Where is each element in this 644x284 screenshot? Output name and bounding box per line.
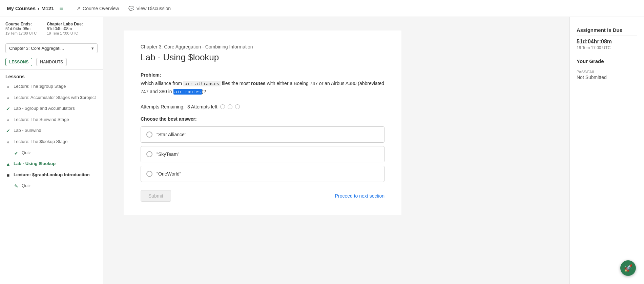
right-panel: Assignment is Due 51d:04hr:08m 19 Tem 17… <box>569 17 644 284</box>
problem-text-2: flies the most <box>221 81 251 86</box>
check-icon: ✔ <box>14 150 19 157</box>
dot-icon: ● <box>5 84 11 90</box>
assignment-due-title: Assignment is Due <box>577 27 637 36</box>
sidebar-item-label: Lecture: The $group Stage <box>14 83 66 89</box>
attempts-value: 3 Attempts left <box>187 104 217 109</box>
proceed-to-next-section-link[interactable]: Proceed to next section <box>335 193 385 199</box>
problem-label: Problem: <box>141 72 385 78</box>
sidebar-item-lab-slookup[interactable]: ▲ Lab - Using $lookup <box>0 159 103 170</box>
course-ends-label: Course Ends: <box>5 22 37 26</box>
sidebar: Course Ends: 51d:04hr:08m 19 Tem 17:00 U… <box>0 17 103 284</box>
attempt-circle-3 <box>235 104 240 109</box>
problem-text: Which alliance from air_alliances flies … <box>141 80 385 96</box>
view-discussion-icon: 💬 <box>128 6 134 11</box>
sidebar-item-label: Lecture: Accumulator Stages with $projec… <box>14 95 96 101</box>
air-alliances-code: air_alliances <box>183 81 221 86</box>
chapter-labs-due-label: Chapter Labs Due: <box>47 22 83 26</box>
breadcrumb: My Courses › M121 <box>7 5 54 11</box>
sidebar-meta: Course Ends: 51d:04hr:08m 19 Tem 17:00 U… <box>0 22 103 41</box>
problem-text-1: Which alliance from <box>141 81 183 86</box>
problem-text-4: )? <box>202 89 206 94</box>
course-ends-col: Course Ends: 51d:04hr:08m 19 Tem 17:00 U… <box>5 22 37 35</box>
breadcrumb-separator: › <box>38 5 39 11</box>
course-overview-label: Course Overview <box>83 6 119 11</box>
sidebar-item-lecture-slookup[interactable]: ● Lecture: The $lookup Stage <box>0 137 103 148</box>
chapter-select[interactable]: Chapter 3: Core Aggregati... ▾ <box>5 43 98 53</box>
chapter-label: Chapter 3: Core Aggregation - Combining … <box>141 44 385 49</box>
fab-button[interactable]: 🚀 <box>620 260 636 276</box>
attempts-label: Attempts Remaining: <box>141 104 185 109</box>
sidebar-item-label: Quiz <box>22 150 31 156</box>
sidebar-item-lecture-accumulator[interactable]: ● Lecture: Accumulator Stages with $proj… <box>0 93 103 104</box>
answer-option-oneworld[interactable]: "OneWorld" <box>141 166 385 182</box>
answer-option-skyteam[interactable]: "SkyTeam" <box>141 146 385 162</box>
top-navigation: My Courses › M121 ≡ ↗ Course Overview 💬 … <box>0 0 644 17</box>
content-inner: Chapter 3: Core Aggregation - Combining … <box>124 31 401 215</box>
sidebar-item-lab-sgroup[interactable]: ✔ Lab - $group and Accumulators <box>0 103 103 115</box>
assignment-due-section: Assignment is Due 51d:04hr:08m 19 Tem 17… <box>577 27 637 50</box>
sidebar-section-title: Lessons <box>0 70 103 81</box>
chevron-down-icon: ▾ <box>91 46 94 51</box>
hamburger-menu-icon[interactable]: ≡ <box>60 5 63 12</box>
sidebar-item-label: Lab - $group and Accumulators <box>14 105 75 111</box>
grade-type-label: PASS/FAIL <box>577 70 637 74</box>
dot-icon: ● <box>5 117 11 124</box>
your-grade-section: Your Grade PASS/FAIL Not Submitted <box>577 58 637 80</box>
course-ends-date: 19 Tem 17:00 UTC <box>5 31 37 35</box>
course-overview-link[interactable]: ↗ Course Overview <box>77 6 119 11</box>
submit-button[interactable]: Submit <box>141 190 171 202</box>
chapter-labs-due-date: 19 Tem 17:00 UTC <box>47 31 83 35</box>
problem-section: Problem: Which alliance from air_allianc… <box>141 72 385 96</box>
meta-row: Course Ends: 51d:04hr:08m 19 Tem 17:00 U… <box>5 22 98 35</box>
radio-star[interactable] <box>146 131 152 138</box>
chapter-select-label: Chapter 3: Core Aggregati... <box>9 46 64 51</box>
sidebar-item-lecture-sgraphlookup[interactable]: ■ Lecture: $graphLookup Introduction <box>0 170 103 181</box>
check-icon: ✔ <box>5 106 11 113</box>
course-ends-value: 51d:04hr:08m <box>5 26 37 31</box>
content-area: Chapter 3: Core Aggregation - Combining … <box>103 17 569 284</box>
square-icon: ■ <box>5 172 11 179</box>
tab-lessons[interactable]: LESSONS <box>5 58 32 66</box>
submit-row: Submit Proceed to next section <box>141 190 385 202</box>
breadcrumb-current[interactable]: M121 <box>41 5 54 11</box>
attempt-circle-2 <box>228 104 232 109</box>
tab-handouts[interactable]: HANDOUTS <box>36 58 67 66</box>
sidebar-item-label: Lecture: The Sunwind Stage <box>14 117 69 123</box>
sidebar-item-label: Quiz <box>22 183 31 189</box>
sidebar-item-label: Lecture: The $lookup Stage <box>14 139 68 145</box>
chapter-labs-due-col: Chapter Labs Due: 51d:04hr:08m 19 Tem 17… <box>47 22 83 35</box>
sidebar-item-lab-sunwind[interactable]: ✔ Lab - $unwind <box>0 125 103 137</box>
radio-skyteam[interactable] <box>146 151 152 157</box>
sidebar-item-label: Lab - $unwind <box>14 127 41 134</box>
view-discussion-link[interactable]: 💬 View Discussion <box>128 6 171 11</box>
due-date: 19 Tem 17:00 UTC <box>577 45 637 50</box>
sidebar-item-quiz-sgraphlookup[interactable]: ✎ Quiz <box>0 181 103 192</box>
breadcrumb-courses[interactable]: My Courses <box>7 5 36 11</box>
answer-oneworld-label: "OneWorld" <box>157 171 181 177</box>
tabs-row: LESSONS HANDOUTS <box>0 58 103 70</box>
grade-value: Not Submitted <box>577 75 637 80</box>
due-value: 51d:04hr:08m <box>577 39 637 45</box>
radio-oneworld[interactable] <box>146 171 152 177</box>
answer-skyteam-label: "SkyTeam" <box>157 151 180 157</box>
lab-title: Lab - Using $lookup <box>141 52 385 63</box>
problem-bold-1: routes <box>251 81 266 86</box>
sidebar-item-lecture-sgroup[interactable]: ● Lecture: The $group Stage <box>0 81 103 93</box>
dot-icon: ● <box>5 95 11 102</box>
answer-option-star[interactable]: "Star Alliance" <box>141 126 385 143</box>
sidebar-item-lecture-sunwind[interactable]: ● Lecture: The Sunwind Stage <box>0 115 103 126</box>
pencil-icon: ✎ <box>14 183 19 190</box>
sidebar-item-quiz-slookup[interactable]: ✔ Quiz <box>0 148 103 159</box>
air-routes-highlight: air_routes <box>173 89 202 95</box>
dot-icon: ● <box>5 139 11 146</box>
attempt-circle-1 <box>220 104 225 109</box>
attempts-row: Attempts Remaining: 3 Attempts left <box>141 104 385 109</box>
course-overview-icon: ↗ <box>77 6 81 11</box>
check-icon: ✔ <box>5 128 11 135</box>
fab-icon: 🚀 <box>624 264 632 272</box>
view-discussion-label: View Discussion <box>136 6 171 11</box>
answer-star-label: "Star Alliance" <box>157 132 186 137</box>
choose-label: Choose the best answer: <box>141 116 385 122</box>
chapter-labs-due-value: 51d:04hr:08m <box>47 26 83 31</box>
sidebar-item-label: Lecture: $graphLookup Introduction <box>14 172 90 178</box>
